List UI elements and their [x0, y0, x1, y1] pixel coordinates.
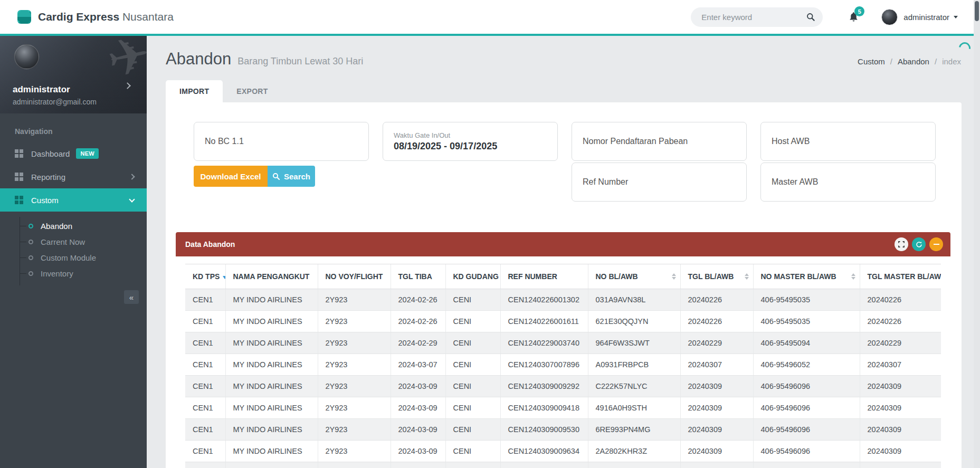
column-header-tgl-tiba[interactable]: TGL TIBA	[391, 264, 445, 289]
notifications-button[interactable]: 5	[848, 11, 859, 23]
table-cell: 2024-02-26	[391, 311, 445, 332]
sidebar-collapse-button[interactable]: «	[124, 290, 139, 304]
submenu-item-inventory[interactable]: Inventory	[20, 265, 147, 281]
brand-logo-icon[interactable]	[17, 10, 31, 24]
table-cell: CENI	[445, 332, 500, 354]
chevron-right-icon	[129, 174, 135, 179]
table-cell: 406-95496096	[753, 419, 860, 441]
table-row[interactable]: CEN1MY INDO AIRLINES2Y9232024-03-09CENIC…	[185, 376, 941, 397]
search-button[interactable]: Search	[268, 166, 315, 187]
table-cell: CEN1240309009530	[500, 419, 588, 441]
table-cell: A0931FRBPCB	[588, 354, 680, 376]
sidebar-profile: ✈ administrator administrator@gmail.com	[0, 36, 147, 113]
table-row[interactable]: CEN1MY INDO AIRLINES2Y9232024-03-09CENIC…	[185, 441, 941, 462]
table-cell: 20240309	[860, 441, 941, 462]
column-header-no-voy-flight[interactable]: NO VOY/FLIGHT	[318, 264, 391, 289]
column-header-ref-number[interactable]: REF NUMBER	[500, 264, 588, 289]
table-cell: CEN1240226001302	[500, 289, 588, 311]
refresh-button[interactable]	[912, 237, 926, 251]
grid-icon	[15, 196, 23, 204]
host-awb-input[interactable]	[772, 137, 925, 146]
submenu-label: Abandon	[41, 222, 72, 231]
ref-number-input[interactable]	[583, 177, 736, 187]
table-header-row: KD TPSNAMA PENGANGKUTNO VOY/FLIGHTTGL TI…	[185, 264, 941, 289]
table-cell: MY INDO AIRLINES	[225, 332, 318, 354]
column-header-no-master-bl-awb[interactable]: NO MASTER BL/AWB	[753, 264, 860, 289]
sidebar-item-custom[interactable]: Custom	[0, 188, 147, 212]
breadcrumb-abandon[interactable]: Abandon	[898, 57, 929, 66]
column-header-tgl-master-bl-awb[interactable]: TGL MASTER BL/AWB	[860, 264, 941, 289]
column-header-tgl-bl-awb[interactable]: TGL BL/AWB	[680, 264, 753, 289]
top-header: Cardig Express Nusantara	[0, 0, 980, 36]
waktu-gate-value[interactable]: 08/19/2025 - 09/17/2025	[394, 141, 547, 152]
table-cell: 20240309	[860, 376, 941, 397]
table-row[interactable]: CEN1MY INDO AIRLINES2Y9232024-02-26CENIC…	[185, 311, 941, 332]
table-cell: MY INDO AIRLINES	[225, 441, 318, 462]
sort-icon	[672, 273, 676, 280]
table-cell: 2024-03-09	[391, 419, 445, 441]
download-excel-button[interactable]: Download Excel	[194, 166, 268, 187]
nomor-pendaftaran-input[interactable]	[583, 137, 736, 146]
tab-export[interactable]: EXPORT	[223, 80, 281, 102]
tab-import[interactable]: IMPORT	[166, 80, 223, 102]
sidebar-item-reporting[interactable]: Reporting	[0, 165, 147, 188]
table-cell: 2Y923	[318, 311, 391, 332]
table-row[interactable]: CEN1MY INDO AIRLINES2Y9232024-02-26CENIC…	[185, 289, 941, 311]
sidebar-item-label: Dashboard	[31, 149, 70, 158]
table-cell: CENI	[445, 289, 500, 311]
submenu-label: Carrent Now	[41, 237, 85, 246]
scrollbar-thumb[interactable]	[975, 1, 979, 21]
master-awb-input[interactable]	[772, 177, 925, 187]
table-cell: CEN1	[185, 376, 225, 397]
user-avatar[interactable]	[881, 9, 898, 25]
submenu-item-carrent-now[interactable]: Carrent Now	[20, 234, 147, 250]
table-cell: 20240309	[680, 397, 753, 419]
grid-icon	[15, 173, 23, 181]
table-cell: 20240309	[860, 397, 941, 419]
fullscreen-button[interactable]	[895, 237, 908, 251]
table-body: CEN1MY INDO AIRLINES2Y9232024-02-26CENIC…	[185, 289, 941, 468]
user-menu-label[interactable]: administrator	[903, 13, 949, 22]
submenu-item-custom-module[interactable]: Custom Module	[20, 250, 147, 265]
user-menu-caret-icon[interactable]	[954, 16, 958, 18]
table-row[interactable]: CEN1MY INDO AIRLINES2Y9232024-03-09CENIC…	[185, 462, 941, 468]
minus-icon	[934, 244, 939, 245]
column-header-kd-tps[interactable]: KD TPS	[185, 264, 225, 289]
table-cell: CEN1240309009634	[500, 441, 588, 462]
breadcrumb-separator: /	[935, 57, 937, 66]
vertical-scrollbar[interactable]	[974, 0, 980, 468]
table-cell: CEN1	[185, 462, 225, 468]
search-icon[interactable]	[806, 13, 815, 22]
waktu-gate-field[interactable]: Waktu Gate In/Out 08/19/2025 - 09/17/202…	[383, 122, 558, 161]
table-cell: 406-95496096	[753, 462, 860, 468]
nomor-pendaftaran-field	[572, 122, 747, 161]
table-cell: CEN1240309009418	[500, 397, 588, 419]
new-badge: NEW	[76, 148, 99, 159]
table-row[interactable]: CEN1MY INDO AIRLINES2Y9232024-02-29CENIC…	[185, 332, 941, 354]
table-row[interactable]: CEN1MY INDO AIRLINES2Y9232024-03-09CENIC…	[185, 419, 941, 441]
sidebar-item-dashboard[interactable]: Dashboard NEW	[0, 142, 147, 165]
table-cell: 2024-03-09	[391, 397, 445, 419]
table-cell: CEN1	[185, 311, 225, 332]
submenu-item-abandon[interactable]: Abandon	[20, 218, 147, 234]
column-header-nama-pengangkut[interactable]: NAMA PENGANGKUT	[225, 264, 318, 289]
table-cell: CEN1	[185, 419, 225, 441]
table-cell: 406-95495094	[753, 332, 860, 354]
table-row[interactable]: CEN1MY INDO AIRLINES2Y9232024-03-07CENIC…	[185, 354, 941, 376]
sort-icon	[851, 273, 855, 280]
table-wrapper: KD TPSNAMA PENGANGKUTNO VOY/FLIGHTTGL TI…	[176, 256, 950, 468]
search-input[interactable]	[701, 13, 806, 22]
table-cell: MY INDO AIRLINES	[225, 419, 318, 441]
breadcrumb-custom[interactable]: Custom	[858, 57, 885, 66]
column-header-kd-gudang[interactable]: KD GUDANG	[445, 264, 500, 289]
collapse-panel-button[interactable]	[929, 237, 943, 251]
profile-avatar[interactable]	[14, 44, 39, 69]
bullet-icon	[28, 255, 33, 260]
table-cell: 2024-03-09	[391, 376, 445, 397]
no-bc-input[interactable]	[205, 137, 358, 146]
table-cell: CENI	[445, 311, 500, 332]
breadcrumb-index: index	[942, 57, 961, 66]
table-cell: 20240309	[680, 419, 753, 441]
column-header-no-bl-awb[interactable]: NO BL/AWB	[588, 264, 680, 289]
table-row[interactable]: CEN1MY INDO AIRLINES2Y9232024-03-09CENIC…	[185, 397, 941, 419]
